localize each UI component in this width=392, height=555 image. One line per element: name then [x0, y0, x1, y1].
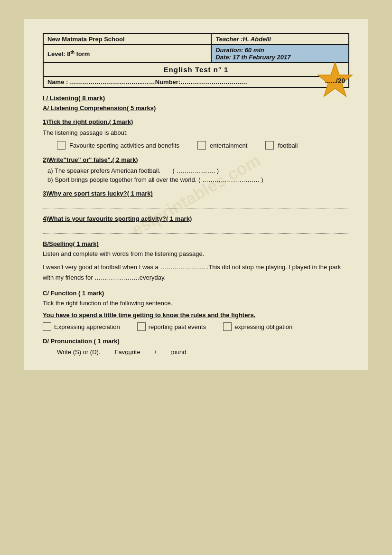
spelling-title: B/Spelling( 1 mark) — [43, 240, 349, 247]
func-option3-label: expressing obligation — [234, 323, 292, 330]
spelling-text: I wasn't very good at football when I wa… — [43, 262, 349, 283]
q1-option3-box[interactable] — [265, 141, 274, 150]
q1-option3-label: football — [278, 142, 298, 149]
q4-title: 4)What is your favourite sporting activi… — [43, 215, 349, 222]
func-option3-box[interactable] — [223, 322, 232, 331]
q4-answer-line — [43, 226, 349, 234]
listening-section: I / Listening( 8 mark) A/ Listening Comp… — [43, 94, 349, 234]
q1-option2-label: entertainment — [210, 142, 248, 149]
q1-options: Favourite sporting activities and benefi… — [57, 141, 349, 150]
function-options: Expressing appreciation reporting past e… — [43, 322, 349, 331]
function-section: C/ Function ( 1 mark) Tick the right fun… — [43, 290, 349, 331]
title-cell: English Test n° 1 — [43, 63, 349, 76]
q2-section: 2)Write"true" or" false".( 2 mark) a) Th… — [43, 156, 349, 183]
listening-title: I / Listening( 8 mark) — [43, 94, 349, 102]
pronunciation-row: Write (S) or (D). Favourite / round — [57, 348, 349, 356]
spelling-section: B/Spelling( 1 mark) Listen and complete … — [43, 240, 349, 283]
func-option2-label: reporting past events — [149, 323, 206, 330]
pronunciation-separator: / — [155, 348, 157, 356]
q4-section: 4)What is your favourite sporting activi… — [43, 215, 349, 234]
level-cell: Level: 8th form — [43, 45, 211, 63]
q1-section: 1)Tick the right option.( 1mark) The lis… — [43, 118, 349, 150]
function-title: C/ Function ( 1 mark) — [43, 290, 349, 297]
pronunciation-instruction-text: Write (S) or (D). — [57, 348, 100, 356]
score-badge: ....../20 — [316, 62, 354, 100]
spelling-instruction: Listen and complete with words from the … — [43, 250, 349, 257]
header-table: New Matmata Prep School Teacher :H. Abde… — [43, 33, 349, 88]
pronunciation-word2: round — [170, 348, 186, 356]
pronunciation-title: D/ Pronunciation ( 1 mark) — [43, 338, 349, 345]
function-sentence: You have to spend a little time getting … — [43, 311, 349, 319]
name-cell: Name : ……………………………...……Number:……………………..… — [43, 76, 349, 87]
q1-option1-label: Favourite sporting activities and benefi… — [69, 142, 179, 149]
listening-comp-title: A/ Listening Comprehension( 5 marks) — [43, 104, 349, 112]
q3-answer-line — [43, 201, 349, 208]
q2-title: 2)Write"true" or" false".( 2 mark) — [43, 156, 349, 163]
q2-a-line: a) The speaker prefers American football… — [47, 167, 349, 174]
q3-section: 3)Why are sport stars lucky?( 1 mark) — [43, 190, 349, 208]
q1-option2-box[interactable] — [197, 141, 206, 150]
function-instruction: Tick the right function of the following… — [43, 300, 349, 307]
q1-option1-box[interactable] — [57, 141, 65, 150]
score-text: ....../20 — [325, 77, 345, 85]
q2-b-line: b) Sport brings people together from all… — [47, 176, 349, 183]
duration-cell: Duration: 60 min Date: 17 th February 20… — [211, 45, 349, 63]
page: eslprintables.com New Matmata Prep Schoo… — [24, 19, 368, 370]
pronunciation-word1: Favourite — [114, 348, 140, 356]
q1-title: 1)Tick the right option.( 1mark) — [43, 118, 349, 125]
q3-title: 3)Why are sport stars lucky?( 1 mark) — [43, 190, 349, 197]
q1-instruction: The listening passage is about: — [43, 129, 349, 136]
school-cell: New Matmata Prep School — [43, 34, 211, 45]
func-option1-label: Expressing appreciation — [54, 323, 120, 330]
func-option1-box[interactable] — [43, 322, 51, 331]
pronunciation-section: D/ Pronunciation ( 1 mark) Write (S) or … — [43, 338, 349, 356]
func-option2-box[interactable] — [137, 322, 146, 331]
teacher-cell: Teacher :H. Abdelli — [211, 34, 349, 45]
